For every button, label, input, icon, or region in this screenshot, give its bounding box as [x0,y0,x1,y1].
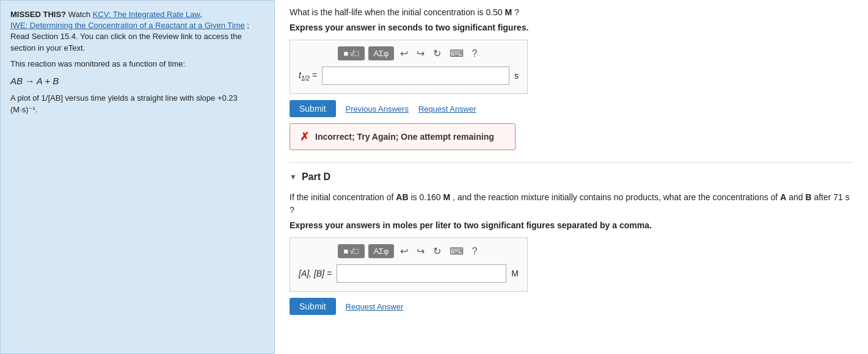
partc-instruction: Express your answer in seconds to two si… [290,23,853,32]
partc-unit: s [514,71,519,81]
partd-undo-btn[interactable]: ↩ [398,244,410,258]
partd-instruction: Express your answers in moles per liter … [290,220,853,230]
partd-unit: M [511,269,519,278]
partc-answer-box: ■ √□ ΑΣφ ↩ ↪ ↻ ⌨ ? t1/2 = s [290,40,528,94]
partd-toolbar: ■ √□ ΑΣφ ↩ ↪ ↻ ⌨ ? [299,244,519,258]
partc-answer-input[interactable] [322,67,509,85]
partd-label: Part D [302,172,330,182]
error-icon: ✗ [300,130,309,143]
partc-greek-btn[interactable]: ΑΣφ [368,46,393,60]
partd-answer-input[interactable] [337,264,506,283]
partc-refresh-btn[interactable]: ↻ [431,46,443,60]
partc-question: What is the half-life when the initial c… [290,6,853,19]
missed-title: MISSED THIS? [10,10,66,19]
partd-help-btn[interactable]: ? [470,245,480,258]
partd-matrix-btn[interactable]: ■ √□ [338,244,365,258]
partd-input-label: [A], [B] = [299,269,332,278]
partc-submit-btn[interactable]: Submit [290,100,336,117]
partd-refresh-btn[interactable]: ↻ [431,244,443,258]
iwe-link[interactable]: IWE: Determining the Concentration of a … [10,21,245,30]
sidebar-panel: MISSED THIS? Watch KCV: The Integrated R… [0,0,275,354]
partd-question: If the initial concentration of AB is 0.… [290,191,853,217]
partd-submit-row: Submit Request Answer [290,298,853,315]
partd-input-row: [A], [B] = M [299,264,519,283]
partc-matrix-btn[interactable]: ■ √□ [338,46,365,60]
partd-redo-btn[interactable]: ↪ [414,244,427,258]
partd-matrix-icon: ■ [344,247,349,256]
partc-redo-btn[interactable]: ↪ [414,46,427,60]
partc-keyboard-btn[interactable]: ⌨ [447,46,466,60]
partc-input-label: t1/2 = [299,70,317,82]
partc-previous-answers-btn[interactable]: Previous Answers [346,104,409,114]
partc-sqrt-icon: √□ [349,49,359,58]
partc-undo-btn[interactable]: ↩ [398,46,410,60]
partc-submit-row: Submit Previous Answers Request Answer [290,100,853,117]
partd-greek-btn[interactable]: ΑΣφ [368,244,393,258]
partc-toolbar: ■ √□ ΑΣφ ↩ ↪ ↻ ⌨ ? [299,46,519,60]
partd-keyboard-btn[interactable]: ⌨ [447,244,466,258]
partc-help-btn[interactable]: ? [470,47,480,60]
slope-text: A plot of 1/[AB] versus time yields a st… [10,92,264,116]
partc-input-row: t1/2 = s [299,67,519,85]
partd-sqrt-icon: √□ [349,247,359,256]
reaction-equation: AB → A + B [10,74,264,87]
partd-answer-box: ■ √□ ΑΣφ ↩ ↪ ↻ ⌨ ? [A], [B] = M [290,237,528,292]
main-content: What is the half-life when the initial c… [275,0,868,354]
kcv-link[interactable]: KCV: The Integrated Rate Law [93,10,200,19]
partd-header: ▼ Part D [290,172,853,182]
partc-error-message: Incorrect; Try Again; One attempt remain… [315,132,494,142]
monitored-text: This reaction was monitored as a functio… [10,59,264,70]
partc-request-answer-btn[interactable]: Request Answer [418,104,476,114]
partc-matrix-icon: ■ [344,49,349,58]
partd-submit-btn[interactable]: Submit [290,298,336,315]
partc-error-box: ✗ Incorrect; Try Again; One attempt rema… [290,123,516,150]
partd-section: ▼ Part D If the initial concentration of… [290,162,853,315]
partd-collapse-arrow[interactable]: ▼ [290,173,297,181]
partd-request-answer-btn[interactable]: Request Answer [346,302,404,311]
